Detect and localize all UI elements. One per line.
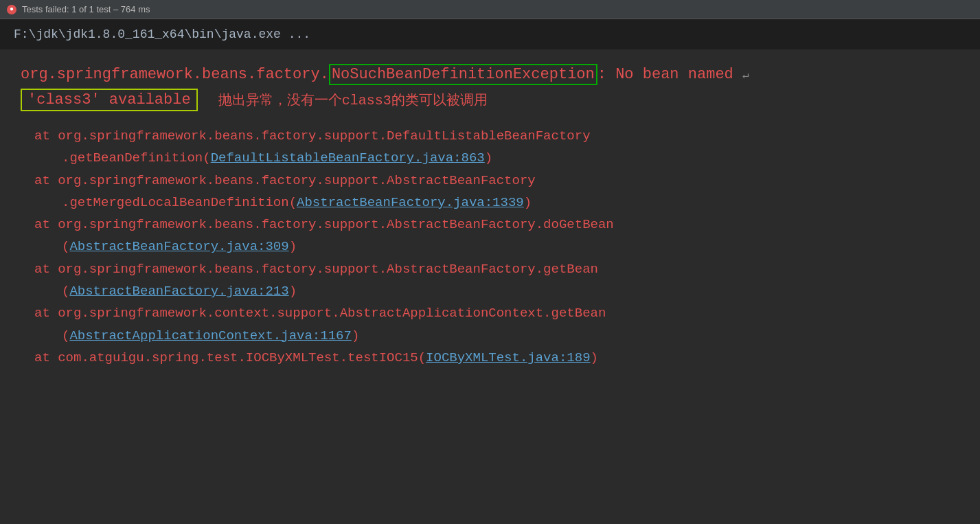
stack-line-5b: (AbstractApplicationContext.java:1167): [21, 325, 959, 347]
stack-trace: at org.springframework.beans.factory.sup…: [21, 125, 959, 369]
error-colon: : No bean named: [597, 66, 742, 83]
annotation-text: 抛出异常，没有一个class3的类可以被调用: [218, 91, 488, 109]
wrap-icon: ↵: [742, 69, 749, 82]
error-line-2: 'class3' available 抛出异常，没有一个class3的类可以被调…: [21, 89, 959, 111]
link-3[interactable]: AbstractBeanFactory.java:309: [69, 239, 288, 254]
error-prefix: org.springframework.beans.factory.: [21, 66, 329, 83]
exception-class-highlight: NoSuchBeanDefinitionException: [329, 64, 597, 85]
stack-item-6: at com.atguigu.spring.test.IOCByXMLTest.…: [21, 347, 959, 369]
stack-line-4b: (AbstractBeanFactory.java:213): [21, 280, 959, 302]
stack-line-1a: at org.springframework.beans.factory.sup…: [21, 125, 959, 147]
stack-line-3a: at org.springframework.beans.factory.sup…: [21, 214, 959, 236]
test-duration: – 764 ms: [113, 4, 150, 14]
command-text: F:\jdk\jdk1.8.0_161_x64\bin\java.exe ...: [14, 27, 310, 41]
stack-item-4: at org.springframework.beans.factory.sup…: [21, 258, 959, 303]
stack-line-5a: at org.springframework.context.support.A…: [21, 302, 959, 324]
command-bar: F:\jdk\jdk1.8.0_161_x64\bin\java.exe ...: [0, 19, 980, 49]
link-2[interactable]: AbstractBeanFactory.java:1339: [297, 195, 524, 210]
link-6[interactable]: IOCByXMLTest.java:189: [426, 350, 590, 365]
error-line-1: org.springframework.beans.factory.NoSuch…: [21, 63, 959, 86]
link-4[interactable]: AbstractBeanFactory.java:213: [69, 284, 288, 299]
stack-item-5: at org.springframework.context.support.A…: [21, 302, 959, 347]
top-bar: ● Tests failed: 1 of 1 test – 764 ms: [0, 0, 980, 19]
test-count: 1 of 1 test: [71, 4, 111, 14]
stack-item-1: at org.springframework.beans.factory.sup…: [21, 125, 959, 170]
stack-line-6a: at com.atguigu.spring.test.IOCByXMLTest.…: [21, 347, 959, 369]
link-1[interactable]: DefaultListableBeanFactory.java:863: [211, 150, 485, 166]
test-result-label: Tests failed: 1 of 1 test – 764 ms: [22, 4, 150, 14]
error-icon: ●: [7, 5, 16, 14]
class3-highlight: 'class3' available: [21, 89, 198, 111]
stack-line-3b: (AbstractBeanFactory.java:309): [21, 236, 959, 258]
stack-line-2b: .getMergedLocalBeanDefinition(AbstractBe…: [21, 192, 959, 214]
stack-line-4a: at org.springframework.beans.factory.sup…: [21, 258, 959, 280]
link-5[interactable]: AbstractApplicationContext.java:1167: [69, 328, 351, 343]
main-content: org.springframework.beans.factory.NoSuch…: [0, 49, 980, 521]
stack-line-1b: .getBeanDefinition(DefaultListableBeanFa…: [21, 147, 959, 169]
stack-line-2a: at org.springframework.beans.factory.sup…: [21, 170, 959, 192]
stack-item-2: at org.springframework.beans.factory.sup…: [21, 170, 959, 214]
tests-failed-label: Tests failed:: [22, 4, 69, 14]
stack-item-3: at org.springframework.beans.factory.sup…: [21, 214, 959, 258]
